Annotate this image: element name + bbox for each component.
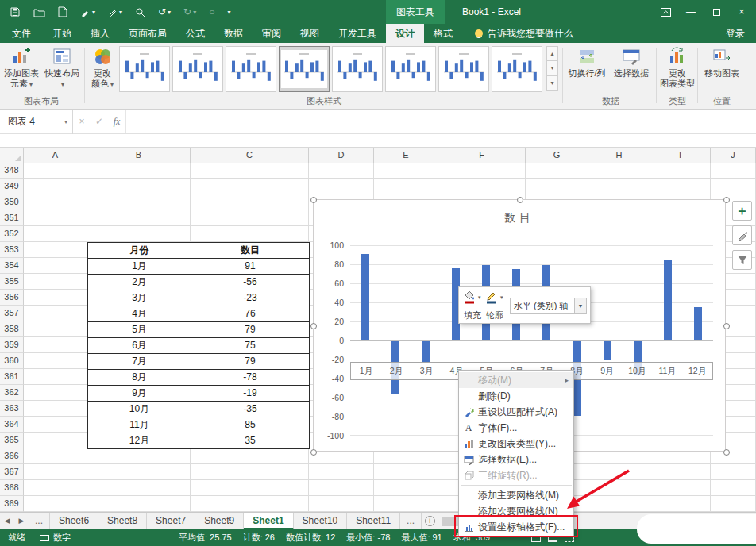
ribbon-tab-data[interactable]: 数据: [214, 24, 253, 43]
fill-color-button[interactable]: ▾: [463, 290, 481, 304]
gallery-scroll-buttons[interactable]: ▴▾▾: [546, 46, 558, 91]
ribbon-tab-developer[interactable]: 开发工具: [329, 24, 386, 43]
sheet-tab-sheet7[interactable]: Sheet7: [147, 513, 195, 529]
selection-handle[interactable]: [723, 197, 730, 203]
ribbon-tab-review[interactable]: 审阅: [253, 24, 291, 43]
grid-cell[interactable]: [24, 480, 87, 496]
x-axis-label[interactable]: 2月: [381, 363, 411, 379]
chart-style-thumbnail[interactable]: [332, 46, 383, 92]
gallery-more-icon[interactable]: ▾: [546, 76, 558, 91]
grid-cell[interactable]: [711, 464, 756, 480]
cancel-icon[interactable]: ×: [73, 116, 91, 127]
x-axis-label[interactable]: 9月: [592, 363, 622, 379]
grid-cell[interactable]: [191, 179, 309, 194]
menu-item-delete[interactable]: 删除(D): [459, 388, 573, 404]
grid-cell[interactable]: [87, 194, 191, 210]
grid-cell[interactable]: [374, 496, 438, 512]
table-cell[interactable]: 9月: [88, 386, 191, 402]
row-header[interactable]: 353: [0, 242, 24, 258]
close-button[interactable]: ×: [729, 0, 754, 24]
grid-cell[interactable]: [24, 433, 87, 448]
chart-bar[interactable]: [694, 307, 702, 340]
grid-cell[interactable]: [24, 306, 87, 321]
select-all-corner[interactable]: [0, 148, 24, 163]
table-cell[interactable]: 6月: [88, 338, 191, 354]
ink-button[interactable]: ▾: [80, 7, 95, 17]
table-cell[interactable]: 12月: [88, 433, 191, 449]
grid-cell[interactable]: [191, 226, 309, 242]
add-chart-element-button[interactable]: 添加图表元素▾: [2, 45, 41, 90]
grid-cell[interactable]: [191, 448, 309, 464]
table-cell[interactable]: 2月: [88, 275, 191, 290]
grid-cell[interactable]: [309, 163, 374, 179]
row-header[interactable]: 365: [0, 433, 24, 448]
quick-layout-button[interactable]: 快速布局▾: [43, 45, 81, 90]
insert-function-icon[interactable]: fx: [108, 116, 125, 128]
grid-cell[interactable]: [24, 401, 87, 417]
status-stat[interactable]: 数值计数: 12: [286, 532, 335, 544]
grid-cell[interactable]: [711, 496, 756, 512]
grid-cell[interactable]: [650, 163, 711, 179]
chart-bar[interactable]: [422, 341, 430, 363]
grid-cell[interactable]: [650, 480, 711, 496]
chart-style-thumbnail[interactable]: [226, 46, 276, 92]
grid-cell[interactable]: [438, 179, 526, 194]
row-header[interactable]: 357: [0, 306, 24, 321]
grid-cell[interactable]: [24, 337, 87, 353]
table-cell[interactable]: 85: [191, 417, 310, 433]
grid-cell[interactable]: [309, 179, 374, 194]
lasso-button[interactable]: ○: [209, 6, 214, 17]
sheet-tab-sheet6[interactable]: Sheet6: [50, 513, 98, 529]
table-cell[interactable]: 7月: [88, 354, 191, 370]
table-cell[interactable]: 35: [191, 433, 310, 449]
grid-cell[interactable]: [24, 226, 87, 242]
grid-cell[interactable]: [24, 496, 87, 512]
grid-cell[interactable]: [24, 242, 87, 258]
grid-cell[interactable]: [24, 385, 87, 401]
ribbon-tab-home[interactable]: 开始: [43, 24, 81, 43]
grid-cell[interactable]: [87, 496, 191, 512]
selection-handle[interactable]: [310, 197, 317, 203]
undo-button[interactable]: ↺▾: [158, 6, 171, 17]
chart-style-thumbnail[interactable]: [438, 46, 489, 92]
table-cell[interactable]: 75: [191, 338, 310, 354]
column-header-A[interactable]: A: [24, 148, 87, 163]
table-cell[interactable]: 10月: [88, 402, 191, 417]
grid-cell[interactable]: [24, 210, 87, 226]
change-colors-button[interactable]: 更改颜色▾: [87, 45, 118, 90]
row-header[interactable]: 364: [0, 417, 24, 433]
grid-cell[interactable]: [374, 480, 438, 496]
status-stat[interactable]: 平均值: 25.75: [179, 532, 232, 544]
scroll-sheets-left-icon[interactable]: ◀: [0, 513, 14, 529]
selection-handle[interactable]: [723, 323, 730, 329]
x-axis-label[interactable]: 3月: [411, 363, 442, 379]
grid-cell[interactable]: [191, 464, 309, 480]
table-cell[interactable]: 1月: [88, 259, 191, 275]
grid-cell[interactable]: [87, 464, 191, 480]
chart-title[interactable]: 数目: [314, 211, 725, 225]
pen-button[interactable]: ▾: [108, 7, 122, 17]
x-axis-label[interactable]: 10月: [622, 363, 652, 379]
row-header[interactable]: 351: [0, 210, 24, 226]
new-document-button[interactable]: [58, 6, 68, 17]
column-header-G[interactable]: G: [526, 148, 588, 163]
grid-cell[interactable]: [24, 179, 87, 194]
grid-cell[interactable]: [87, 179, 191, 194]
menu-item-move[interactable]: 移动(M)▸: [459, 372, 573, 388]
grid-cell[interactable]: [87, 480, 191, 496]
grid-cell[interactable]: [374, 464, 438, 480]
status-stat[interactable]: 最大值: 91: [401, 532, 442, 544]
sheet-tab-sheet9[interactable]: Sheet9: [195, 513, 244, 529]
redo-button[interactable]: ↻▾: [183, 6, 196, 17]
row-header[interactable]: 367: [0, 464, 24, 480]
row-header[interactable]: 366: [0, 448, 24, 464]
grid-cell[interactable]: [24, 163, 87, 179]
tell-me-box[interactable]: 告诉我您想要做什么: [475, 24, 573, 43]
status-stat[interactable]: 最小值: -78: [346, 532, 390, 544]
grid-cell[interactable]: [588, 163, 650, 179]
grid-cell[interactable]: [650, 496, 711, 512]
selection-handle[interactable]: [310, 449, 317, 456]
grid-cell[interactable]: [191, 210, 309, 226]
table-cell[interactable]: -78: [191, 370, 310, 386]
selection-handle[interactable]: [723, 449, 730, 456]
